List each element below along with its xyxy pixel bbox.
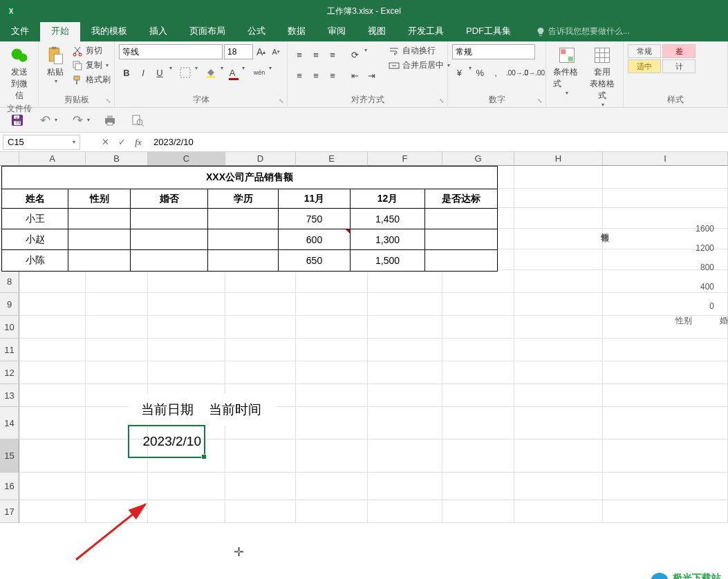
cell-E17[interactable] [296, 500, 368, 523]
cell-d14[interactable]: 当前时间 [206, 393, 277, 426]
cell-A8[interactable] [19, 270, 86, 293]
cell-E15[interactable] [296, 439, 368, 473]
cell-A16[interactable] [19, 473, 86, 500]
cell-A12[interactable] [19, 361, 86, 384]
row-header-15[interactable]: 15 [0, 439, 19, 473]
cell-A13[interactable] [19, 384, 86, 407]
cell-H17[interactable] [514, 500, 603, 523]
cut-button[interactable]: 剪切 [71, 44, 112, 57]
cell-E8[interactable] [296, 270, 368, 293]
cell-C16[interactable] [148, 473, 225, 500]
decrease-indent-button[interactable]: ⇤ [347, 68, 362, 83]
cell-E10[interactable] [296, 316, 368, 339]
tab-developer[interactable]: 开发工具 [397, 21, 455, 41]
table-row-2-col-3[interactable] [208, 250, 279, 271]
cell-H7[interactable] [514, 249, 603, 270]
cell-C15[interactable] [148, 439, 225, 473]
table-row-1-col-5[interactable]: 1,300 [351, 229, 425, 250]
cell-E14[interactable] [296, 407, 368, 439]
align-top-button[interactable]: ≡ [292, 47, 307, 62]
formula-input[interactable] [147, 137, 728, 147]
cell-I12[interactable] [603, 361, 728, 384]
row-header-11[interactable]: 11 [0, 339, 19, 361]
cell-C8[interactable] [148, 270, 225, 293]
table-row-0-col-3[interactable] [208, 209, 279, 229]
clipboard-dialog-launcher[interactable]: ⤡ [104, 97, 113, 106]
chevron-down-icon[interactable]: ▾ [221, 65, 223, 80]
align-middle-button[interactable]: ≡ [308, 47, 324, 62]
border-button[interactable] [178, 65, 193, 80]
bold-button[interactable]: B [119, 65, 134, 80]
cell-G13[interactable] [442, 384, 514, 407]
cell-G8[interactable] [442, 270, 514, 293]
cell-G9[interactable] [442, 293, 514, 316]
chevron-down-icon[interactable]: ▾ [195, 65, 198, 80]
table-row-0-col-0[interactable]: 小王 [2, 209, 68, 229]
currency-button[interactable]: ¥ [452, 65, 467, 80]
cell-H16[interactable] [514, 473, 603, 500]
table-row-1-col-3[interactable] [208, 229, 279, 250]
cell-A9[interactable] [19, 293, 86, 316]
cell-B17[interactable] [86, 500, 148, 523]
cell-H2[interactable] [514, 189, 603, 208]
cell-H6[interactable] [514, 229, 603, 249]
table-row-1-col-0[interactable]: 小赵 [2, 229, 68, 250]
tell-me[interactable]: 告诉我您想要做什么... [536, 21, 630, 41]
cell-D15[interactable] [225, 439, 296, 473]
cell-G12[interactable] [442, 361, 514, 384]
col-header-B[interactable]: B [86, 152, 148, 166]
cell-G14[interactable] [442, 407, 514, 439]
chevron-down-icon[interactable]: ▾ [469, 65, 472, 80]
cell-A10[interactable] [19, 316, 86, 339]
underline-button[interactable]: U [152, 65, 167, 80]
row-header-14[interactable]: 14 [0, 407, 19, 439]
cell-H9[interactable] [514, 293, 603, 316]
merge-center-button[interactable]: 合并后居中▾ [387, 59, 451, 72]
number-dialog-launcher[interactable]: ⤡ [536, 97, 544, 106]
cell-B10[interactable] [86, 316, 148, 339]
table-row-2-col-6[interactable] [425, 250, 497, 271]
spreadsheet-grid[interactable]: ABCDEFGHI 12567891011121314151617 XXX公司产… [0, 152, 728, 579]
select-all-button[interactable] [0, 152, 19, 166]
table-row-1-col-6[interactable] [425, 229, 497, 250]
table-row-2-col-1[interactable] [68, 250, 131, 271]
col-header-C[interactable]: C [148, 152, 225, 166]
cell-I17[interactable] [603, 500, 728, 523]
chevron-down-icon[interactable]: ▾ [169, 65, 172, 80]
row-header-8[interactable]: 8 [0, 270, 19, 293]
tab-file[interactable]: 文件 [0, 21, 40, 41]
cell-G10[interactable] [442, 316, 514, 339]
chevron-down-icon[interactable]: ▾ [73, 139, 75, 145]
style-normal[interactable]: 常规 [628, 44, 661, 58]
redo-button[interactable]: ↷ [70, 113, 85, 128]
cell-G17[interactable] [442, 500, 514, 523]
tab-review[interactable]: 审阅 [317, 21, 357, 41]
cell-D17[interactable] [225, 500, 296, 523]
decrease-decimal-button[interactable]: .0→.00 [526, 65, 541, 80]
enter-formula-button[interactable]: ✓ [113, 137, 130, 147]
cell-B16[interactable] [86, 473, 148, 500]
cell-C10[interactable] [148, 316, 225, 339]
table-row-0-col-5[interactable]: 1,450 [351, 209, 425, 229]
cell-A17[interactable] [19, 500, 86, 523]
fill-color-button[interactable] [203, 65, 218, 80]
table-row-0-col-4[interactable]: 750 [279, 209, 351, 229]
cell-I1[interactable] [603, 166, 728, 189]
cell-c14[interactable]: 当前日期 [129, 393, 206, 426]
tab-home[interactable]: 开始 [40, 21, 80, 41]
cell-C12[interactable] [148, 361, 225, 384]
font-color-button[interactable]: A [225, 65, 240, 80]
conditional-format-button[interactable]: 条件格式 ▾ [550, 44, 584, 97]
cell-B15[interactable] [86, 439, 148, 473]
row-header-12[interactable]: 12 [0, 361, 19, 384]
chevron-down-icon[interactable]: ▾ [269, 65, 272, 80]
cell-A15[interactable] [19, 439, 86, 473]
copy-button[interactable]: 复制▾ [71, 59, 112, 72]
cell-H8[interactable] [514, 270, 603, 293]
table-row-2-col-5[interactable]: 1,500 [351, 250, 425, 271]
table-row-2-col-0[interactable]: 小陈 [2, 250, 68, 271]
increase-font-button[interactable]: A▴ [254, 44, 268, 59]
style-calc[interactable]: 计 [662, 59, 696, 73]
cell-B12[interactable] [86, 361, 148, 384]
cell-H13[interactable] [514, 384, 603, 407]
